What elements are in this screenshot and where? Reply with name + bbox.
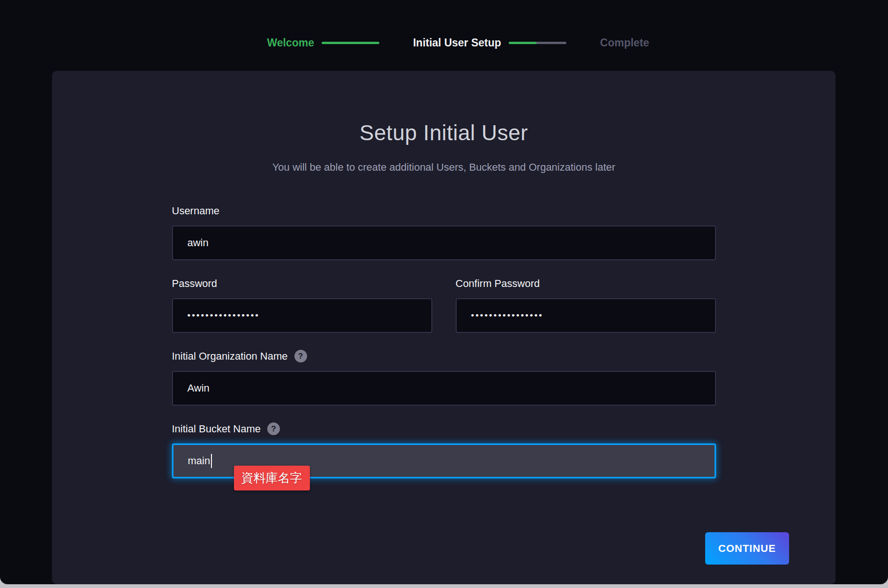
stepper-progress-line-1 xyxy=(322,42,379,44)
stepper-progress-line-2 xyxy=(509,42,566,44)
page-subtitle: You will be able to create additional Us… xyxy=(52,160,835,174)
stepper-step-complete[interactable]: Complete xyxy=(600,37,649,49)
org-name-value: Awin xyxy=(188,382,210,394)
org-name-input[interactable]: Awin xyxy=(172,371,716,406)
bucket-name-value: main xyxy=(188,455,211,467)
password-input[interactable]: •••••••••••••••• xyxy=(172,298,432,333)
text-caret xyxy=(211,454,212,468)
org-name-field: Initial Organization Name ? Awin xyxy=(172,350,716,406)
username-value: awin xyxy=(188,237,209,249)
org-help-icon[interactable]: ? xyxy=(294,350,307,362)
confirm-password-field: Confirm Password •••••••••••••••• xyxy=(456,277,716,333)
confirm-password-masked-value: •••••••••••••••• xyxy=(471,310,543,321)
bucket-annotation-text: 資料庫名字 xyxy=(241,470,302,486)
password-field: Password •••••••••••••••• xyxy=(172,277,432,333)
confirm-password-input[interactable]: •••••••••••••••• xyxy=(456,298,716,333)
setup-stepper: Welcome Initial User Setup Complete xyxy=(14,37,888,49)
setup-panel: Setup Initial User You will be able to c… xyxy=(52,71,835,584)
app-window: Welcome Initial User Setup Complete Setu… xyxy=(0,0,888,584)
setup-form: Username awin Password •••••••••••••••• xyxy=(172,204,716,478)
bucket-annotation-tooltip: 資料庫名字 xyxy=(234,466,310,490)
bucket-help-icon[interactable]: ? xyxy=(267,422,280,435)
username-input[interactable]: awin xyxy=(172,226,716,260)
stepper-step-initial-user-setup[interactable]: Initial User Setup xyxy=(413,37,501,49)
stepper-step-welcome[interactable]: Welcome xyxy=(267,37,314,49)
confirm-password-label: Confirm Password xyxy=(456,277,540,290)
password-label: Password xyxy=(172,277,218,290)
page-title: Setup Initial User xyxy=(52,71,835,145)
bucket-name-label: Initial Bucket Name xyxy=(172,422,261,435)
org-name-label: Initial Organization Name xyxy=(172,350,288,362)
password-masked-value: •••••••••••••••• xyxy=(188,310,260,321)
continue-button[interactable]: CONTINUE xyxy=(705,532,789,565)
bucket-name-field: Initial Bucket Name ? main 資料庫名字 xyxy=(172,422,716,478)
username-field: Username awin xyxy=(172,204,716,260)
username-label: Username xyxy=(172,204,219,217)
